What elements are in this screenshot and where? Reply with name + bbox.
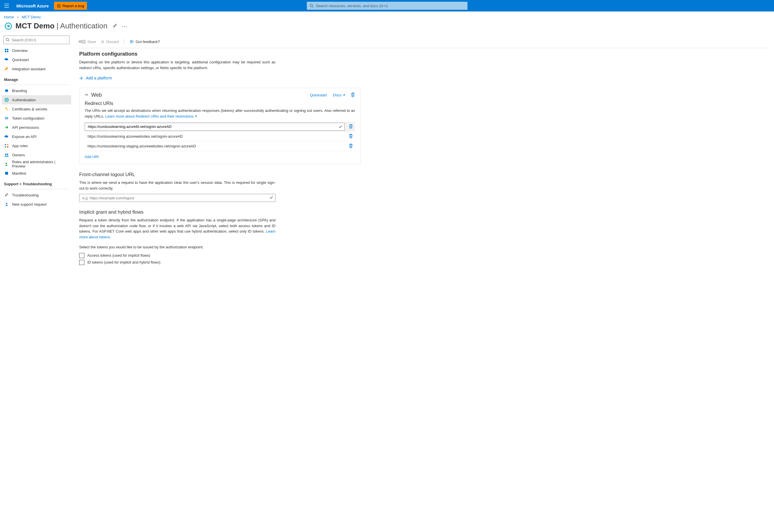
logout-url-input[interactable] <box>79 194 275 202</box>
nav-label: Troubleshooting <box>12 193 39 197</box>
crumb-sep: > <box>17 15 19 19</box>
nav-roles-admins[interactable]: Roles and administrators | Preview <box>2 159 71 169</box>
delete-uri[interactable] <box>349 124 355 130</box>
page-title: MCT Demo | Authentication <box>15 22 107 30</box>
divider <box>4 189 69 189</box>
svg-rect-10 <box>7 51 8 52</box>
command-bar: Save Discard Got feedback? <box>79 36 770 48</box>
nav-integration[interactable]: Integration assistant <box>2 64 71 73</box>
check-icon <box>269 196 273 200</box>
feedback-icon <box>129 40 134 44</box>
nav-manifest[interactable]: Manifest <box>2 169 71 178</box>
add-platform-button[interactable]: Add a platform <box>79 76 360 80</box>
crumb-page[interactable]: MCT Demo <box>22 15 41 19</box>
web-docs-link[interactable]: Docs <box>333 93 345 97</box>
more-button[interactable] <box>122 24 127 28</box>
svg-point-22 <box>6 203 7 204</box>
breadcrumb: Home > MCT Demo <box>0 11 774 19</box>
svg-rect-16 <box>5 146 6 147</box>
nav-group-manage: Manage <box>2 73 71 83</box>
nav-certificates[interactable]: Certificates & secrets <box>2 104 71 114</box>
feedback-button[interactable]: Got feedback? <box>127 37 162 46</box>
delete-uri[interactable] <box>349 134 355 139</box>
nav-owners[interactable]: Owners <box>2 150 71 159</box>
nav-label: Quickstart <box>12 58 29 62</box>
auth-icon <box>4 97 9 102</box>
save-icon <box>81 40 86 44</box>
nav-label: Certificates & secrets <box>12 107 47 111</box>
nav-token-config[interactable]: Token configuration <box>2 114 71 123</box>
close-icon <box>101 40 104 44</box>
nav-label: Branding <box>12 89 27 93</box>
svg-rect-8 <box>7 49 8 50</box>
page-header: MCT Demo | Authentication <box>0 19 774 36</box>
external-icon <box>342 93 345 97</box>
plus-icon <box>79 76 83 80</box>
cloud-bolt-icon <box>4 57 9 62</box>
access-tokens-checkbox[interactable] <box>79 253 84 258</box>
web-platform-card: Web Quickstart Docs Redirect URIs The UR… <box>79 88 360 164</box>
collapse-web[interactable] <box>85 93 88 98</box>
pin-button[interactable] <box>112 23 117 29</box>
nav-api-permissions[interactable]: API permissions <box>2 123 71 132</box>
trash-icon <box>351 92 355 97</box>
nav-label: Integration assistant <box>12 67 45 71</box>
nav-label: Manifest <box>12 171 26 176</box>
svg-point-18 <box>5 154 7 155</box>
uri-value[interactable]: https://contosolearning-staging.azureweb… <box>85 144 347 148</box>
cloud-icon <box>4 134 9 139</box>
nav-new-support[interactable]: New support request <box>2 200 71 209</box>
grid-icon <box>4 48 9 53</box>
headset-icon <box>4 202 9 207</box>
crumb-home[interactable]: Home <box>4 15 14 19</box>
global-search-input[interactable] <box>307 2 468 10</box>
divider <box>4 85 69 85</box>
uri-row: https://contosolearning.azurewebsites.ne… <box>85 132 355 141</box>
nav-label: New support request <box>12 202 46 206</box>
nav-authentication[interactable]: Authentication <box>2 95 71 104</box>
nav-branding[interactable]: Branding <box>2 86 71 95</box>
trash-icon <box>349 124 353 129</box>
app-icon <box>4 22 13 30</box>
trash-icon <box>349 143 353 148</box>
apps-icon <box>4 143 9 148</box>
nav-label: Roles and administrators | Preview <box>12 160 69 168</box>
svg-point-19 <box>7 154 8 155</box>
nav-quickstart[interactable]: Quickstart <box>2 55 71 64</box>
svg-point-20 <box>5 163 7 164</box>
svg-point-1 <box>310 4 312 7</box>
save-label: Save <box>87 40 96 44</box>
top-bar: Microsoft Azure Report a bug <box>0 0 774 11</box>
wrench-icon <box>4 192 9 198</box>
nav-troubleshooting[interactable]: Troubleshooting <box>2 190 71 200</box>
chevron-up-icon <box>85 93 88 97</box>
delete-uri[interactable] <box>349 143 355 149</box>
title-section: Authentication <box>60 22 108 30</box>
nav-app-roles[interactable]: App roles <box>2 141 71 150</box>
uri-row: https://contosolearning-staging.azureweb… <box>85 141 355 151</box>
nav-label: App roles <box>12 144 28 148</box>
implicit-heading: Implicit grant and hybrid flows <box>79 209 360 215</box>
chevron-left-double-icon <box>78 40 82 44</box>
report-bug-button[interactable]: Report a bug <box>54 2 87 10</box>
uri-value[interactable]: https://contosolearning.azurewebsites.ne… <box>85 134 347 139</box>
access-tokens-row: Access tokens (used for implicit flows) <box>79 253 360 258</box>
nav-label: Token configuration <box>12 116 44 120</box>
nav-overview[interactable]: Overview <box>2 46 71 55</box>
discard-button[interactable]: Discard <box>98 37 121 46</box>
sidebar-search-input[interactable] <box>3 36 69 44</box>
nav-label: Overview <box>12 48 28 53</box>
id-tokens-checkbox[interactable] <box>79 260 84 265</box>
brand-label[interactable]: Microsoft Azure <box>13 3 52 8</box>
svg-point-0 <box>58 5 60 7</box>
feedback-label: Got feedback? <box>136 40 160 44</box>
nav-expose-api[interactable]: Expose an API <box>2 132 71 141</box>
delete-web-platform[interactable] <box>351 92 355 98</box>
redirect-learn-more[interactable]: Learn more about Redirect URIs and their… <box>105 114 198 119</box>
uri-input[interactable] <box>85 123 345 131</box>
menu-toggle[interactable] <box>0 0 13 11</box>
add-uri-button[interactable]: Add URI <box>85 155 99 159</box>
svg-point-23 <box>130 40 132 42</box>
discard-label: Discard <box>106 40 119 44</box>
web-quickstart-link[interactable]: Quickstart <box>310 93 327 97</box>
